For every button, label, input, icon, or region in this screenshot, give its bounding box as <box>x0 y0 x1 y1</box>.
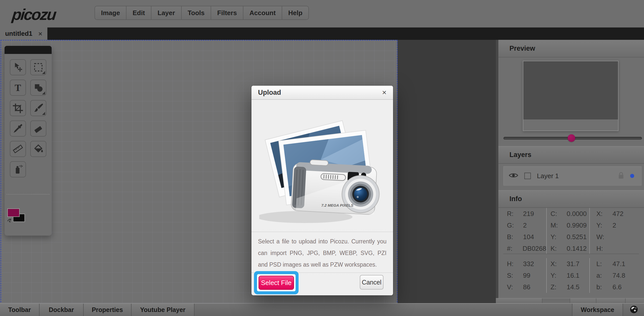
preview-zoom-slider[interactable] <box>503 137 642 140</box>
preview-zoom-knob[interactable] <box>568 134 575 142</box>
tool-eyedropper-button[interactable] <box>10 120 26 137</box>
strip-segment <box>496 298 542 303</box>
tool-eraser-button[interactable] <box>30 120 46 137</box>
palette-drag-handle[interactable] <box>5 46 52 54</box>
tool-spray-button[interactable] <box>10 161 26 177</box>
upload-dialog: Upload × <box>251 86 393 295</box>
tab-close-icon[interactable]: × <box>39 30 42 37</box>
layer-visibility-eye-icon[interactable] <box>509 172 518 179</box>
tool-marquee-button[interactable] <box>30 59 46 75</box>
strip-segment <box>596 298 626 303</box>
info-row: H:332 <box>507 258 546 270</box>
tool-brush-button[interactable] <box>30 100 46 116</box>
info-row: W: <box>596 231 642 243</box>
info-title: Info <box>509 195 522 203</box>
layer-row[interactable]: Layer 1 <box>503 166 641 185</box>
eraser-icon <box>33 123 43 134</box>
picozu-logo: picozu <box>11 6 56 23</box>
preview-title: Preview <box>509 45 535 52</box>
menu-item[interactable]: Image <box>95 6 126 19</box>
dock-toggle-button[interactable]: Dockbar <box>40 304 84 316</box>
dock-toggle-button[interactable]: Toolbar <box>0 304 40 316</box>
info-section-header[interactable]: Info <box>498 190 644 208</box>
top-navbar: picozu ImageEditLayerToolsFiltersAccount… <box>0 0 644 27</box>
info-row: G:2 <box>507 219 546 231</box>
upload-dialog-header[interactable]: Upload × <box>251 86 393 100</box>
move-icon <box>13 62 23 72</box>
strip-segment <box>626 298 643 303</box>
workspace-background <box>398 40 496 316</box>
eyedropper-icon <box>13 123 23 134</box>
close-icon[interactable]: × <box>382 89 387 96</box>
dock-toggle-button[interactable]: Properties <box>84 304 132 316</box>
tool-shapes-button[interactable] <box>30 80 46 96</box>
ruler-icon <box>13 144 23 154</box>
paint-bucket-icon <box>33 144 43 154</box>
strip-segment <box>542 298 570 303</box>
menu-bar: ImageEditLayerToolsFiltersAccountHelp <box>94 6 309 20</box>
layers-section-header[interactable]: Layers <box>498 146 644 164</box>
info-grid-rgb-cmyk-xy: R:219G:2B:104#:DB0268 C:0.0000M:0.9909Y:… <box>498 208 644 254</box>
tab-strip: untitled1 × <box>0 27 644 40</box>
tool-fill-button[interactable] <box>30 141 46 157</box>
layer-select-checkbox[interactable] <box>524 173 531 179</box>
info-divider <box>503 254 639 255</box>
upload-dialog-footer: Select File Cancel <box>251 273 393 295</box>
info-row: H: <box>596 243 642 254</box>
menu-item[interactable]: Account <box>243 6 282 19</box>
layer-color-tag[interactable] <box>630 174 634 178</box>
tool-ruler-button[interactable] <box>10 141 26 157</box>
layer-name: Layer 1 <box>537 172 559 180</box>
layer-lock-icon[interactable] <box>618 172 624 180</box>
upload-description: Select a file to upload into Picozu. Cur… <box>251 232 393 273</box>
upload-illustration: 7.2 MEGA PIXELS <box>251 100 393 232</box>
menu-item[interactable]: Help <box>282 6 308 19</box>
info-row: C:0.0000 <box>551 208 589 219</box>
menu-item[interactable]: Layer <box>151 6 181 19</box>
info-row: b:6.6 <box>596 281 642 293</box>
foreground-color-swatch[interactable] <box>7 208 20 217</box>
tool-text-button[interactable]: T <box>10 80 26 96</box>
select-file-button[interactable]: Select File <box>259 276 294 290</box>
globe-button[interactable] <box>624 304 644 316</box>
tab-untitled1[interactable]: untitled1 × <box>0 27 47 40</box>
preview-thumbnail-image <box>523 61 618 119</box>
crop-icon <box>13 103 23 113</box>
info-row: V:86 <box>507 281 546 293</box>
info-row: R:219 <box>507 208 546 219</box>
menu-item[interactable]: Edit <box>126 6 151 19</box>
info-row: K:0.1412 <box>551 243 589 254</box>
preview-thumbnail <box>523 61 619 131</box>
panel-footer-strip <box>496 298 644 303</box>
workspace-button[interactable]: Workspace <box>572 304 623 316</box>
upload-dialog-title: Upload <box>258 89 281 97</box>
color-swatches <box>5 195 52 235</box>
info-row: Y:0.5251 <box>551 231 589 243</box>
right-dock-panel: Preview Layers Layer 1 Info R:219G:2B:10… <box>496 40 644 298</box>
menu-item[interactable]: Tools <box>182 6 211 19</box>
preview-section-header[interactable]: Preview <box>498 40 644 57</box>
svg-text:T: T <box>15 83 21 93</box>
swap-colors-icon[interactable] <box>7 218 12 224</box>
info-row: a:74.8 <box>596 270 642 281</box>
info-row: X:472 <box>596 208 642 219</box>
tool-move-button[interactable] <box>10 59 26 75</box>
dock-toggle-group: ToolbarDockbarPropertiesYoutube Player <box>0 304 195 316</box>
bottom-dock-bar: ToolbarDockbarPropertiesYoutube Player W… <box>0 303 644 316</box>
info-row: L:47.1 <box>596 258 642 270</box>
layers-title: Layers <box>509 151 531 159</box>
tool-palette: T <box>5 46 52 236</box>
tool-crop-button[interactable] <box>10 100 26 116</box>
menu-item[interactable]: Filters <box>211 6 243 19</box>
tool-grid: T <box>5 54 52 177</box>
info-row: #:DB0268 <box>507 243 546 254</box>
spray-can-icon <box>13 164 23 174</box>
cancel-button[interactable]: Cancel <box>360 275 383 290</box>
strip-segment <box>570 298 596 303</box>
select-file-focus-ring: Select File <box>254 271 299 294</box>
dock-toggle-button[interactable]: Youtube Player <box>132 304 195 316</box>
info-row: Y:16.1 <box>551 270 589 281</box>
brush-icon <box>33 103 43 113</box>
info-row: M:0.9909 <box>551 219 589 231</box>
info-row: B:104 <box>507 231 546 243</box>
